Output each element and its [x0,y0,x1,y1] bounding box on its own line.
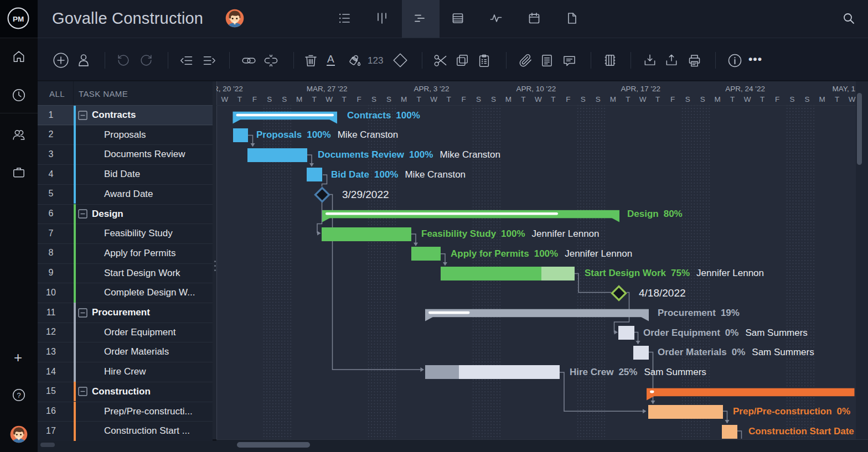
svg-text:PM: PM [13,15,24,23]
svg-text:?: ? [17,391,20,399]
